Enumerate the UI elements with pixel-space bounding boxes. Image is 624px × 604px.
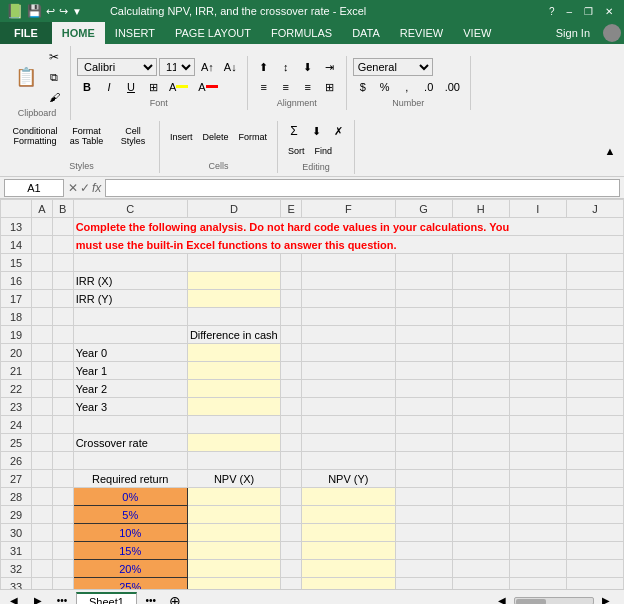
cell-d16[interactable] [187, 272, 280, 290]
cell-e22[interactable] [281, 380, 302, 398]
cell-f33[interactable] [302, 578, 395, 590]
cell-h27[interactable] [452, 470, 509, 488]
find-button[interactable]: Find [311, 142, 337, 160]
cell-g22[interactable] [395, 380, 452, 398]
cell-c15[interactable] [73, 254, 187, 272]
cell-i18[interactable] [509, 308, 566, 326]
cell-e26[interactable] [281, 452, 302, 470]
cell-c26[interactable] [73, 452, 187, 470]
cell-j30[interactable] [566, 524, 623, 542]
cell-e18[interactable] [281, 308, 302, 326]
cell-e15[interactable] [281, 254, 302, 272]
cell-h29[interactable] [452, 506, 509, 524]
cell-a20[interactable] [32, 344, 53, 362]
cell-a32[interactable] [32, 560, 53, 578]
cell-d23[interactable] [187, 398, 280, 416]
cell-d21[interactable] [187, 362, 280, 380]
cell-h22[interactable] [452, 380, 509, 398]
cell-f25[interactable] [302, 434, 395, 452]
cell-a17[interactable] [32, 290, 53, 308]
insert-cells-button[interactable]: Insert [166, 123, 197, 151]
cell-d25[interactable] [187, 434, 280, 452]
cell-g17[interactable] [395, 290, 452, 308]
cell-b14[interactable] [52, 236, 73, 254]
cell-b19[interactable] [52, 326, 73, 344]
cell-f26[interactable] [302, 452, 395, 470]
wrap-text-button[interactable]: ⇥ [320, 58, 340, 76]
font-name-select[interactable]: Calibri [77, 58, 157, 76]
cell-c31[interactable]: 15% [73, 542, 187, 560]
cell-f30[interactable] [302, 524, 395, 542]
cell-g27[interactable] [395, 470, 452, 488]
cell-h33[interactable] [452, 578, 509, 590]
currency-button[interactable]: $ [353, 78, 373, 96]
cell-g20[interactable] [395, 344, 452, 362]
cell-a24[interactable] [32, 416, 53, 434]
align-left-button[interactable]: ≡ [254, 78, 274, 96]
row-header-22[interactable]: 22 [1, 380, 32, 398]
cell-i31[interactable] [509, 542, 566, 560]
cell-g31[interactable] [395, 542, 452, 560]
align-middle-button[interactable]: ↕ [276, 58, 296, 76]
row-header-13[interactable]: 13 [1, 218, 32, 236]
cell-f18[interactable] [302, 308, 395, 326]
cell-d26[interactable] [187, 452, 280, 470]
cell-b16[interactable] [52, 272, 73, 290]
cell-d32[interactable] [187, 560, 280, 578]
merge-button[interactable]: ⊞ [320, 78, 340, 96]
cell-c14[interactable]: must use the built-in Excel functions to… [73, 236, 623, 254]
cell-i32[interactable] [509, 560, 566, 578]
row-header-32[interactable]: 32 [1, 560, 32, 578]
cell-b22[interactable] [52, 380, 73, 398]
cell-e32[interactable] [281, 560, 302, 578]
cell-d19[interactable]: Difference in cash flows [187, 326, 280, 344]
cell-i33[interactable] [509, 578, 566, 590]
cell-j31[interactable] [566, 542, 623, 560]
cell-g19[interactable] [395, 326, 452, 344]
cell-j21[interactable] [566, 362, 623, 380]
cell-g32[interactable] [395, 560, 452, 578]
cell-d28[interactable] [187, 488, 280, 506]
add-sheet-button[interactable]: ⊕ [165, 592, 185, 605]
cell-i15[interactable] [509, 254, 566, 272]
underline-button[interactable]: U [121, 78, 141, 96]
row-header-33[interactable]: 33 [1, 578, 32, 590]
cell-i17[interactable] [509, 290, 566, 308]
cell-h17[interactable] [452, 290, 509, 308]
cell-f31[interactable] [302, 542, 395, 560]
quick-access-undo[interactable]: ↩ [46, 5, 55, 18]
cell-d29[interactable] [187, 506, 280, 524]
fill-button[interactable]: ⬇ [306, 122, 326, 140]
tab-insert[interactable]: INSERT [105, 22, 165, 44]
cell-e17[interactable] [281, 290, 302, 308]
sheet-prev-button[interactable]: ◀ [4, 592, 24, 605]
cell-e30[interactable] [281, 524, 302, 542]
cell-g15[interactable] [395, 254, 452, 272]
cell-g33[interactable] [395, 578, 452, 590]
cell-b15[interactable] [52, 254, 73, 272]
cell-h19[interactable] [452, 326, 509, 344]
cell-f24[interactable] [302, 416, 395, 434]
cell-h28[interactable] [452, 488, 509, 506]
format-table-button[interactable]: Format as Table [64, 123, 109, 151]
cell-h31[interactable] [452, 542, 509, 560]
cell-h20[interactable] [452, 344, 509, 362]
cell-e23[interactable] [281, 398, 302, 416]
cell-c23[interactable]: Year 3 [73, 398, 187, 416]
decrease-font-button[interactable]: A↓ [220, 58, 241, 76]
confirm-formula-icon[interactable]: ✓ [80, 181, 90, 195]
cell-a28[interactable] [32, 488, 53, 506]
cell-j19[interactable] [566, 326, 623, 344]
cell-e33[interactable] [281, 578, 302, 590]
cell-b28[interactable] [52, 488, 73, 506]
cell-h18[interactable] [452, 308, 509, 326]
cell-d30[interactable] [187, 524, 280, 542]
scroll-left-button[interactable]: ◀ [492, 592, 512, 605]
cell-g21[interactable] [395, 362, 452, 380]
number-format-select[interactable]: General [353, 58, 433, 76]
cell-j17[interactable] [566, 290, 623, 308]
increase-font-button[interactable]: A↑ [197, 58, 218, 76]
cell-a15[interactable] [32, 254, 53, 272]
cut-button[interactable]: ✂ [44, 48, 64, 66]
cell-c19[interactable] [73, 326, 187, 344]
